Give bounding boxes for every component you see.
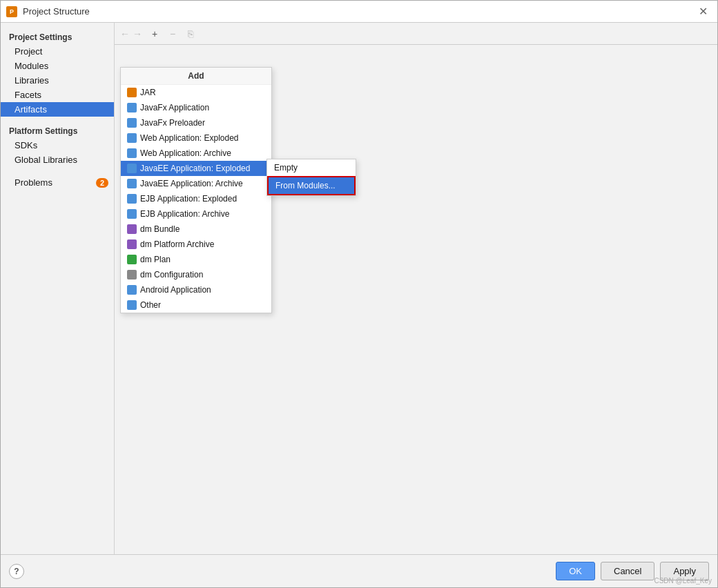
platform-settings-label: Platform Settings xyxy=(1,122,114,138)
javafx-pre-icon xyxy=(126,117,137,128)
dropdown-item-javaee-exploded[interactable]: JavaEE Application: Exploded xyxy=(121,161,271,176)
add-button[interactable]: + xyxy=(146,26,163,42)
dropdown-item-dm-bundle[interactable]: dm Bundle xyxy=(121,222,271,237)
dropdown-item-ejb-exploded[interactable]: EJB Application: Exploded xyxy=(121,191,271,206)
toolbar: ← → + − ⎘ xyxy=(115,23,717,45)
problems-label: Problems xyxy=(14,177,52,188)
ok-button[interactable]: OK xyxy=(556,562,595,580)
sidebar-item-artifacts[interactable]: Artifacts xyxy=(1,102,114,117)
dropdown-item-javafx-pre[interactable]: JavaFx Preloader xyxy=(121,115,271,130)
dropdown-item-web-exploded[interactable]: Web Application: Exploded xyxy=(121,130,271,146)
app-icon: P xyxy=(6,6,17,17)
dm-platform-icon xyxy=(126,239,137,250)
content-area: Project Settings Project Modules Librari… xyxy=(1,23,717,554)
help-button[interactable]: ? xyxy=(9,564,24,579)
main-panel: ← → + − ⎘ Add xyxy=(115,23,717,554)
dropdown-item-jar[interactable]: JAR xyxy=(121,85,271,100)
android-icon xyxy=(126,284,137,295)
back-arrow[interactable]: ← xyxy=(120,28,130,39)
cancel-button[interactable]: Cancel xyxy=(601,562,654,580)
sidebar-item-project[interactable]: Project xyxy=(1,44,114,59)
remove-button[interactable]: − xyxy=(164,26,181,42)
nav-arrows: ← → xyxy=(117,28,145,39)
jar-icon xyxy=(126,87,137,98)
dropdown-item-dm-config[interactable]: dm Configuration xyxy=(121,267,271,282)
ejb-exploded-icon xyxy=(126,193,137,204)
add-dropdown-menu: Add JAR JavaFx Application JavaFx Preloa… xyxy=(120,67,272,313)
dm-plan-icon xyxy=(126,254,137,265)
project-structure-dialog: P Project Structure ✕ Project Settings P… xyxy=(0,0,718,588)
sidebar-item-libraries[interactable]: Libraries xyxy=(1,73,114,88)
dialog-title: Project Structure xyxy=(23,6,689,17)
sidebar-item-problems[interactable]: Problems 2 xyxy=(1,175,114,190)
submenu-item-from-modules[interactable]: From Modules... xyxy=(267,176,356,195)
dm-config-icon xyxy=(126,269,137,280)
dropdown-item-android[interactable]: Android Application xyxy=(121,282,271,297)
javaee-submenu: Empty From Modules... xyxy=(266,159,356,196)
watermark: CSDN @Leaf_Key xyxy=(654,577,712,585)
forward-arrow[interactable]: → xyxy=(133,28,142,39)
sidebar-item-modules[interactable]: Modules xyxy=(1,59,114,73)
other-icon xyxy=(126,300,137,311)
sidebar-item-sdks[interactable]: SDKs xyxy=(1,138,114,153)
dropdown-item-web-archive[interactable]: Web Application: Archive xyxy=(121,146,271,161)
dropdown-item-ejb-archive[interactable]: EJB Application: Archive xyxy=(121,206,271,222)
ejb-archive-icon xyxy=(126,208,137,219)
sidebar-item-facets[interactable]: Facets xyxy=(1,88,114,102)
web-archive-icon xyxy=(126,148,137,159)
title-bar: P Project Structure ✕ xyxy=(1,1,717,23)
close-button[interactable]: ✕ xyxy=(695,5,712,19)
bottom-bar: ? OK Cancel Apply xyxy=(1,554,717,587)
web-exploded-icon xyxy=(126,133,137,144)
dropdown-item-other[interactable]: Other xyxy=(121,297,271,313)
dropdown-item-dm-plan[interactable]: dm Plan xyxy=(121,252,271,267)
sidebar-item-global-libraries[interactable]: Global Libraries xyxy=(1,153,114,167)
javaee-archive-icon xyxy=(126,178,137,189)
sidebar: Project Settings Project Modules Librari… xyxy=(1,23,115,554)
dropdown-header: Add xyxy=(121,68,271,85)
project-settings-label: Project Settings xyxy=(1,28,114,44)
dropdown-item-dm-platform[interactable]: dm Platform Archive xyxy=(121,237,271,252)
dm-bundle-icon xyxy=(126,224,137,235)
problems-badge: 2 xyxy=(96,178,108,188)
main-content: Add JAR JavaFx Application JavaFx Preloa… xyxy=(115,45,717,554)
copy-button[interactable]: ⎘ xyxy=(182,26,199,42)
submenu-item-empty[interactable]: Empty xyxy=(267,159,356,176)
javafx-app-icon xyxy=(126,102,137,113)
dropdown-item-javaee-archive[interactable]: JavaEE Application: Archive xyxy=(121,176,271,191)
javaee-exploded-icon xyxy=(126,163,137,174)
dropdown-item-javafx-app[interactable]: JavaFx Application xyxy=(121,100,271,115)
